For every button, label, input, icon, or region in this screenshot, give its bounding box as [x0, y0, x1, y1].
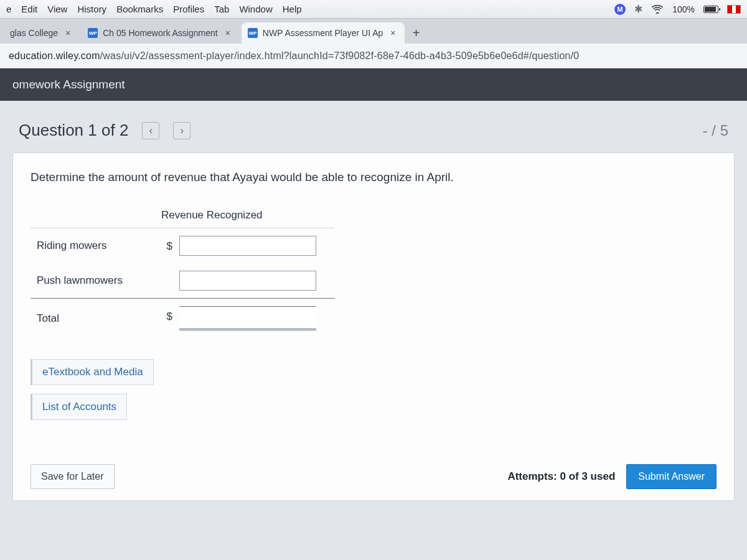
- menu-profiles[interactable]: Profiles: [173, 4, 204, 14]
- favicon-wp-icon: WP: [88, 28, 98, 38]
- mac-menu-bar: e Edit View History Bookmarks Profiles T…: [0, 0, 747, 19]
- url-domain: education.wiley.com: [9, 50, 100, 61]
- tab-ch05-homework[interactable]: WP Ch 05 Homework Assignment ×: [82, 22, 239, 44]
- card-footer: Save for Later Attempts: 0 of 3 used Sub…: [31, 464, 716, 489]
- flag-icon[interactable]: [727, 5, 741, 14]
- url-path: /was/ui/v2/assessment-player/index.html?…: [100, 50, 580, 61]
- tab-label: glas College: [10, 28, 58, 38]
- revenue-table: Revenue Recognized Riding mowers $ Push …: [31, 203, 335, 338]
- currency-symbol: $: [161, 310, 172, 323]
- status-app-icon[interactable]: M: [614, 4, 626, 15]
- column-header-revenue: Revenue Recognized: [155, 203, 335, 228]
- wifi-icon[interactable]: [651, 5, 664, 14]
- tab-label: Ch 05 Homework Assignment: [103, 28, 217, 38]
- new-tab-button[interactable]: +: [407, 24, 426, 42]
- bluetooth-icon[interactable]: ✱: [634, 3, 642, 15]
- question-score: - / 5: [703, 122, 728, 139]
- list-of-accounts-link[interactable]: List of Accounts: [31, 394, 127, 420]
- prev-question-button[interactable]: ‹: [142, 122, 159, 139]
- question-prompt: Determine the amount of revenue that Aya…: [31, 170, 716, 184]
- attempts-label: Attempts: 0 of 3 used: [507, 470, 615, 483]
- close-icon[interactable]: ×: [225, 28, 230, 38]
- question-nav-bar: Question 1 of 2 ‹ › - / 5: [12, 116, 735, 152]
- favicon-wp-icon: WP: [248, 28, 258, 38]
- tab-douglas-college[interactable]: glas College ×: [4, 22, 79, 44]
- tab-assessment-player[interactable]: WP NWP Assessment Player UI Ap ×: [242, 22, 405, 44]
- address-bar-row: education.wiley.com/was/ui/v2/assessment…: [0, 44, 747, 68]
- input-push-lawnmowers[interactable]: [179, 271, 316, 291]
- table-row: Riding mowers $: [31, 228, 335, 264]
- battery-icon: [703, 6, 718, 13]
- menu-help[interactable]: Help: [283, 4, 302, 14]
- browser-tabstrip: glas College × WP Ch 05 Homework Assignm…: [0, 19, 747, 44]
- address-bar[interactable]: education.wiley.com/was/ui/v2/assessment…: [9, 50, 579, 62]
- resource-links: eTextbook and Media List of Accounts: [31, 359, 716, 420]
- close-icon[interactable]: ×: [65, 28, 70, 38]
- menu-tab[interactable]: Tab: [214, 4, 229, 14]
- currency-symbol: $: [161, 240, 172, 253]
- etextbook-link[interactable]: eTextbook and Media: [31, 359, 154, 385]
- menu-view[interactable]: View: [47, 4, 67, 14]
- table-row-total: Total $: [31, 299, 335, 338]
- input-riding-mowers[interactable]: [179, 236, 316, 256]
- menu-app[interactable]: e: [6, 4, 11, 14]
- question-title: Question 1 of 2: [19, 121, 128, 140]
- content-area: Question 1 of 2 ‹ › - / 5 Determine the …: [0, 101, 747, 560]
- assignment-title: omework Assignment: [12, 78, 125, 91]
- next-question-button[interactable]: ›: [173, 122, 190, 139]
- menu-history[interactable]: History: [77, 4, 106, 14]
- menu-window[interactable]: Window: [239, 4, 272, 14]
- question-card: Determine the amount of revenue that Aya…: [12, 152, 735, 501]
- row-label-push-lawnmowers: Push lawnmowers: [31, 263, 155, 299]
- submit-answer-button[interactable]: Submit Answer: [626, 464, 716, 489]
- menu-bookmarks[interactable]: Bookmarks: [116, 4, 163, 14]
- row-label-riding-mowers: Riding mowers: [31, 228, 155, 264]
- tab-label: NWP Assessment Player UI Ap: [263, 28, 383, 38]
- table-row: Push lawnmowers: [31, 263, 335, 299]
- mac-menu-left: e Edit View History Bookmarks Profiles T…: [6, 4, 302, 14]
- row-label-total: Total: [31, 299, 155, 338]
- app-header: omework Assignment: [0, 68, 747, 101]
- battery-percent: 100%: [672, 4, 695, 14]
- input-total[interactable]: [179, 306, 316, 326]
- close-icon[interactable]: ×: [390, 28, 395, 38]
- mac-menu-status: M ✱ 100%: [614, 3, 741, 15]
- save-for-later-button[interactable]: Save for Later: [31, 464, 115, 489]
- menu-edit[interactable]: Edit: [21, 4, 37, 14]
